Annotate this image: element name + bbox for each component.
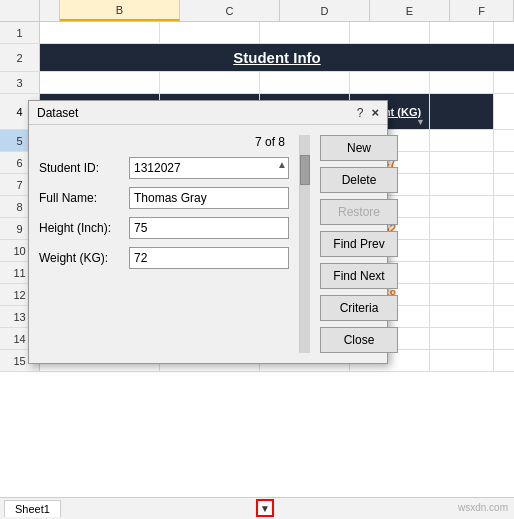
student-id-input-wrapper: ▲	[129, 157, 289, 179]
cell-f15[interactable]	[430, 350, 494, 371]
height-label: Height (Inch):	[39, 221, 129, 235]
input-up-arrow-icon[interactable]: ▲	[277, 159, 287, 170]
close-button[interactable]: Close	[320, 327, 398, 353]
dialog-body: 7 of 8 Student ID: ▲ Full Name: Heigh	[29, 125, 387, 363]
full-name-row: Full Name:	[39, 187, 289, 209]
find-prev-button[interactable]: Find Prev	[320, 231, 398, 257]
table-row: 1	[0, 22, 514, 44]
cell-f12[interactable]	[430, 284, 494, 305]
cell-f4[interactable]	[430, 94, 494, 129]
row-num-1: 1	[0, 22, 40, 43]
cell-f11[interactable]	[430, 262, 494, 283]
height-input[interactable]	[129, 217, 289, 239]
height-row: Height (Inch):	[39, 217, 289, 239]
col-header-b[interactable]: B	[60, 0, 180, 21]
cell-e3[interactable]	[350, 72, 430, 93]
dialog-close-button[interactable]: ×	[371, 105, 379, 120]
weight-label: Weight (KG):	[39, 251, 129, 265]
sheet1-tab[interactable]: Sheet1	[4, 500, 61, 517]
cell-d3[interactable]	[260, 72, 350, 93]
corner-cell	[0, 0, 40, 21]
cursor-indicator: ▼	[256, 499, 274, 517]
col-header-a[interactable]	[40, 0, 60, 21]
filter-arrow-e[interactable]: ▼	[416, 117, 425, 127]
dataset-dialog: Dataset ? × 7 of 8 Student ID: ▲	[28, 100, 388, 364]
cell-f1[interactable]	[430, 22, 494, 43]
dialog-buttons: New Delete Restore Find Prev Find Next C…	[320, 135, 400, 353]
student-id-label: Student ID:	[39, 161, 129, 175]
weight-row: Weight (KG):	[39, 247, 289, 269]
dialog-controls: ? ×	[357, 105, 379, 120]
scrollbar-thumb[interactable]	[300, 155, 310, 185]
cell-f8[interactable]	[430, 196, 494, 217]
spreadsheet-title: Student Info	[40, 44, 514, 71]
dialog-title: Dataset	[37, 106, 78, 120]
delete-button[interactable]: Delete	[320, 167, 398, 193]
watermark: wsxdn.com	[458, 502, 508, 513]
col-header-f[interactable]: F	[450, 0, 514, 21]
cell-c1[interactable]	[160, 22, 260, 43]
cell-f14[interactable]	[430, 328, 494, 349]
student-id-input[interactable]	[129, 157, 289, 179]
find-next-button[interactable]: Find Next	[320, 263, 398, 289]
cell-f3[interactable]	[430, 72, 494, 93]
cell-b1[interactable]	[40, 22, 160, 43]
cell-b3[interactable]	[40, 72, 160, 93]
col-header-d[interactable]: D	[280, 0, 370, 21]
record-counter: 7 of 8	[39, 135, 289, 149]
new-button[interactable]: New	[320, 135, 398, 161]
dialog-scrollbar[interactable]	[299, 135, 310, 353]
column-header-row: B C D E F	[0, 0, 514, 22]
cell-f5[interactable]	[430, 130, 494, 151]
scroll-down-arrow-icon: ▼	[260, 503, 270, 514]
cell-f7[interactable]	[430, 174, 494, 195]
full-name-label: Full Name:	[39, 191, 129, 205]
cell-d1[interactable]	[260, 22, 350, 43]
restore-button[interactable]: Restore	[320, 199, 398, 225]
cell-c3[interactable]	[160, 72, 260, 93]
cell-f6[interactable]	[430, 152, 494, 173]
cell-f9[interactable]	[430, 218, 494, 239]
title-row: 2 Student Info	[0, 44, 514, 72]
full-name-input[interactable]	[129, 187, 289, 209]
col-header-c[interactable]: C	[180, 0, 280, 21]
cell-e1[interactable]	[350, 22, 430, 43]
dialog-titlebar[interactable]: Dataset ? ×	[29, 101, 387, 125]
cell-f13[interactable]	[430, 306, 494, 327]
row-num-2: 2	[0, 44, 40, 71]
dialog-fields: 7 of 8 Student ID: ▲ Full Name: Heigh	[39, 135, 289, 353]
table-row: 3	[0, 72, 514, 94]
row-num-3: 3	[0, 72, 40, 93]
spreadsheet: B C D E F 1 2 Student Info 3	[0, 0, 514, 519]
col-header-e[interactable]: E	[370, 0, 450, 21]
dialog-help-button[interactable]: ?	[357, 106, 364, 120]
weight-input[interactable]	[129, 247, 289, 269]
criteria-button[interactable]: Criteria	[320, 295, 398, 321]
cell-f10[interactable]	[430, 240, 494, 261]
student-id-row: Student ID: ▲	[39, 157, 289, 179]
